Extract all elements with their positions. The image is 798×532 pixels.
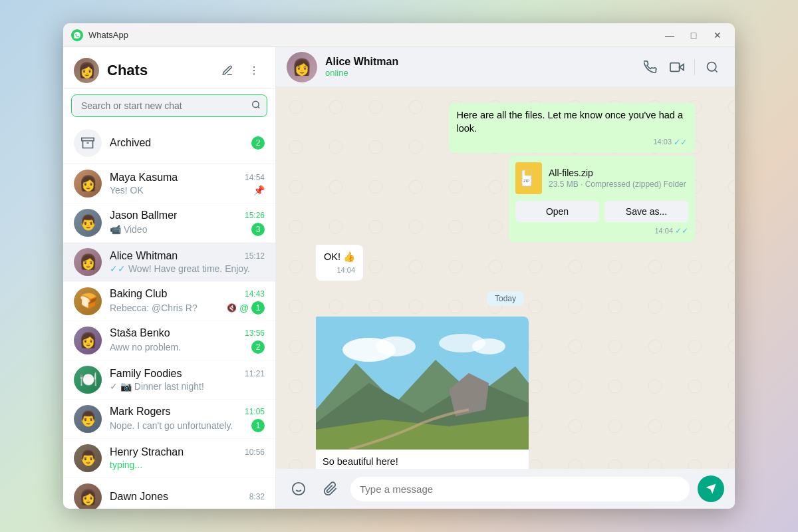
app-icon	[71, 29, 83, 41]
message-time-3: 14:04	[336, 265, 355, 275]
chat-item-stasa[interactable]: 👩 Staša Benko 13:56 Aww no problem. 2	[63, 321, 275, 360]
send-button[interactable]	[698, 475, 724, 502]
avatar-dawn: 👩	[74, 483, 102, 509]
archive-icon	[74, 129, 102, 157]
date-divider: Today	[316, 291, 695, 306]
mute-icon-baking: 🔇	[227, 303, 237, 313]
message-1: Here are all the files. Let me know once…	[449, 103, 696, 153]
chat-header-status: online	[325, 68, 630, 78]
close-button[interactable]: ✕	[708, 29, 727, 42]
menu-button[interactable]	[243, 60, 265, 81]
chat-item-mark[interactable]: 👨 Mark Rogers 11:05 Nope. I can't go unf…	[63, 400, 275, 439]
chat-name-family: Family Foodies	[110, 368, 182, 380]
phone-button[interactable]	[638, 55, 662, 79]
chat-item-henry[interactable]: 👨 Henry Strachan 10:56 typing...	[63, 439, 275, 478]
chat-info-baking: Baking Club 14:43 Rebecca: @Chris R? 🔇 @…	[110, 288, 265, 315]
chat-name-dawn: Dawn Jones	[110, 491, 168, 503]
chat-item-jason[interactable]: 👨 Jason Ballmer 15:26 📹 Video 3	[63, 203, 275, 243]
chat-name-baking: Baking Club	[110, 288, 167, 300]
chat-header-name: Alice Whitman	[325, 56, 630, 68]
chat-header-avatar[interactable]: 👩	[287, 52, 317, 82]
chat-item-dawn[interactable]: 👩 Dawn Jones 8:32	[63, 478, 275, 509]
chat-item-alice[interactable]: 👩 Alice Whitman 15:12 ✓✓ Wow! Have great…	[63, 243, 275, 282]
svg-point-14	[376, 336, 416, 356]
emoji-button[interactable]	[287, 477, 311, 501]
chat-preview-jason: 📹 Video	[110, 224, 249, 235]
file-message-time: 14:04	[654, 227, 673, 235]
chat-badges-baking: 🔇 @ 1	[227, 301, 265, 315]
chat-preview-baking: Rebecca: @Chris R?	[110, 303, 224, 313]
chat-item-family[interactable]: 🍽️ Family Foodies 11:21 ✓ 📷 Dinner last …	[63, 360, 275, 400]
file-info-row: ZIP All-files.zip 23.5 MB · Compressed (…	[515, 162, 688, 194]
chat-badges-stasa: 2	[251, 340, 265, 354]
message-time-1: 14:03	[653, 137, 672, 147]
chat-time-family: 11:21	[245, 369, 265, 378]
open-file-button[interactable]: Open	[515, 201, 599, 222]
chat-preview-maya: Yes! OK	[110, 185, 251, 196]
search-icon	[251, 100, 261, 112]
avatar-jason: 👨	[74, 209, 102, 237]
file-size: 23.5 MB · Compressed (zipped) Folder	[549, 180, 688, 189]
chat-badges-jason: 3	[251, 223, 265, 236]
search-input[interactable]	[71, 94, 267, 117]
maximize-button[interactable]: □	[684, 29, 703, 42]
message-bubble-3: OK! 👍 14:04	[316, 245, 363, 281]
message-image: So beautiful here! ❤️ 15:06	[316, 317, 529, 469]
header-divider	[694, 59, 695, 75]
message-3: OK! 👍 14:04	[316, 245, 363, 281]
chat-info-stasa: Staša Benko 13:56 Aww no problem. 2	[110, 327, 265, 354]
chat-preview-henry: typing...	[110, 460, 265, 470]
message-text-3: OK! 👍	[324, 251, 355, 262]
video-call-button[interactable]	[665, 55, 689, 79]
file-bubble: ZIP All-files.zip 23.5 MB · Compressed (…	[509, 156, 695, 242]
badge-stasa: 2	[251, 340, 265, 354]
chat-time-mark: 11:05	[245, 407, 265, 416]
chat-preview-stasa: Aww no problem.	[110, 342, 249, 352]
badge-baking: 1	[251, 301, 265, 315]
messages-container: Here are all the files. Let me know once…	[276, 87, 735, 469]
chat-item-baking[interactable]: 🍞 Baking Club 14:43 Rebecca: @Chris R? 🔇…	[63, 282, 275, 321]
search-bar	[71, 94, 267, 117]
pin-icon-maya: 📌	[253, 185, 265, 196]
svg-rect-10	[525, 170, 531, 176]
avatar-family: 🍽️	[74, 366, 102, 394]
search-chat-button[interactable]	[700, 55, 724, 79]
chat-info-dawn: Dawn Jones 8:32	[110, 491, 265, 504]
user-avatar[interactable]: 👩	[74, 58, 99, 83]
svg-point-21	[293, 483, 305, 495]
chat-time-stasa: 13:56	[245, 329, 265, 338]
chat-badges-mark: 1	[251, 419, 265, 432]
chat-header-info: Alice Whitman online	[325, 56, 630, 78]
message-input[interactable]	[350, 477, 690, 501]
chat-info-jason: Jason Ballmer 15:26 📹 Video 3	[110, 209, 265, 236]
minimize-button[interactable]: —	[660, 29, 679, 42]
svg-text:ZIP: ZIP	[523, 179, 529, 183]
chat-item-maya[interactable]: 👩 Maya Kasuma 14:54 Yes! OK 📌	[63, 164, 275, 203]
chat-list: Archived 2 👩 Maya Kasuma 14:54 Yes!	[63, 122, 275, 509]
svg-point-1	[253, 70, 255, 71]
window-controls: — □ ✕	[660, 29, 727, 42]
image-bubble: So beautiful here! ❤️ 15:06	[316, 317, 529, 469]
svg-point-8	[708, 62, 716, 70]
chat-info-mark: Mark Rogers 11:05 Nope. I can't go unfor…	[110, 406, 265, 432]
message-tick-1: ✓✓	[674, 137, 687, 148]
file-actions: Open Save as...	[515, 201, 688, 222]
chat-name-alice: Alice Whitman	[110, 250, 178, 262]
save-file-button[interactable]: Save as...	[604, 201, 688, 222]
avatar-henry: 👨	[74, 444, 102, 472]
chat-time-jason: 15:26	[245, 211, 265, 220]
avatar-stasa: 👩	[74, 327, 102, 354]
file-name: All-files.zip	[549, 168, 688, 178]
archived-row[interactable]: Archived 2	[63, 122, 275, 164]
compose-button[interactable]	[217, 60, 238, 81]
mountain-image[interactable]	[316, 317, 529, 450]
chat-time-baking: 14:43	[245, 289, 265, 299]
avatar-alice: 👩	[74, 248, 102, 276]
archived-label: Archived	[110, 137, 251, 149]
chat-name-maya: Maya Kasuma	[110, 172, 178, 184]
titlebar: WhatsApp — □ ✕	[63, 23, 735, 47]
file-message-tick: ✓✓	[675, 226, 688, 235]
sidebar-header: 👩 Chats	[63, 47, 275, 89]
svg-marker-6	[680, 64, 684, 70]
attach-button[interactable]	[319, 477, 342, 501]
